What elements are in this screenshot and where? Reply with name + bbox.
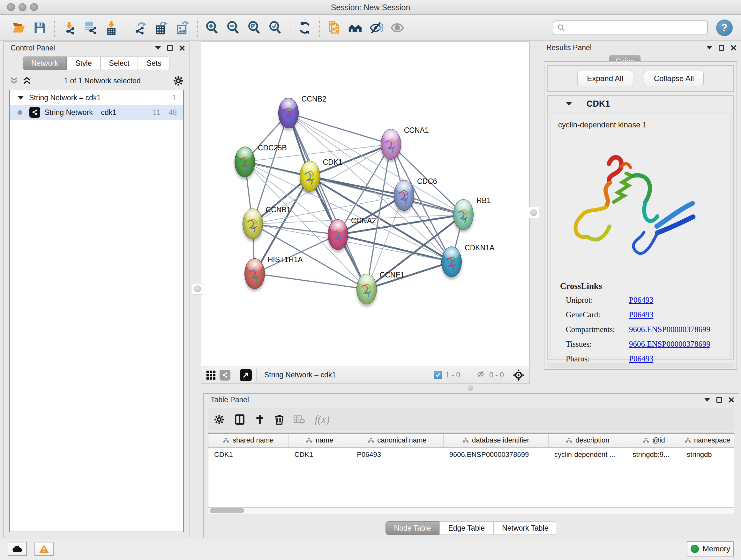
tab-sets[interactable]: Sets [138, 57, 170, 70]
column-header[interactable]: namespace [681, 434, 734, 447]
column-header[interactable]: description [549, 434, 627, 447]
collection-label: String Network – cdk1 [29, 94, 101, 102]
gear-icon[interactable] [173, 75, 184, 86]
column-header[interactable]: @id [627, 434, 681, 447]
panel-close-icon[interactable] [179, 45, 185, 51]
network-collection-row[interactable]: String Network – cdk1 1 [10, 90, 183, 105]
grid-view-icon[interactable] [205, 370, 216, 381]
column-header[interactable]: shared name [208, 434, 289, 447]
zoom-in-icon[interactable] [202, 18, 223, 38]
warning-status-button[interactable] [35, 542, 54, 556]
gene-section-header[interactable]: CDK1 [548, 96, 733, 112]
refresh-view-icon[interactable] [294, 18, 315, 38]
tab-node-table[interactable]: Node Table [386, 521, 440, 535]
zoom-out-icon[interactable] [223, 18, 244, 38]
expand-all-icon[interactable] [22, 77, 31, 85]
results-scrollbar[interactable] [547, 363, 734, 368]
panel-close-icon[interactable] [731, 45, 737, 51]
zoom-fit-icon[interactable] [244, 18, 265, 38]
panel-menu-icon[interactable] [706, 46, 712, 50]
zoom-selected-icon[interactable] [265, 18, 286, 38]
scrollbar-thumb[interactable] [210, 508, 244, 513]
collapse-all-icon[interactable] [9, 77, 19, 85]
string-protein-query-icon[interactable] [324, 18, 345, 38]
crosslink-tissues[interactable]: 9606.ENSP00000378699 [629, 340, 711, 349]
memory-button[interactable]: Memory [687, 541, 734, 557]
import-network-database-icon[interactable] [80, 18, 101, 38]
network-row-selected[interactable]: String Network – cdk1 11 48 [10, 105, 183, 120]
crosslink-genecard[interactable]: P06493 [629, 310, 653, 319]
delete-column-trash-icon[interactable] [274, 414, 284, 425]
show-all-icon[interactable] [387, 18, 408, 38]
export-table-icon[interactable] [151, 18, 172, 38]
expand-all-button[interactable]: Expand All [577, 71, 633, 86]
network-node-rb1[interactable]: RB1 [453, 199, 474, 230]
collapse-all-button[interactable]: Collapse All [644, 71, 704, 86]
table-horizontal-scrollbar[interactable] [208, 507, 734, 514]
crosslink-pharos[interactable]: P06493 [629, 354, 653, 363]
memory-label: Memory [703, 544, 731, 553]
network-node-cdk1[interactable]: CDK1 [300, 161, 320, 192]
import-network-file-icon[interactable] [59, 18, 80, 38]
tab-network-table[interactable]: Network Table [493, 521, 557, 535]
results-panel-title: Results Panel [546, 44, 592, 52]
column-header[interactable]: name [289, 434, 351, 447]
network-node-cdkn1a[interactable]: CDKN1A [441, 246, 462, 277]
crosslink-uniprot[interactable]: P06493 [629, 296, 653, 305]
hide-selected-icon[interactable] [366, 18, 387, 38]
crosslink-label: Tissues: [560, 340, 629, 349]
search-box[interactable] [553, 20, 708, 35]
panel-float-icon[interactable] [719, 45, 724, 51]
function-builder-icon[interactable]: f(x) [315, 414, 330, 426]
node-label: HIST1H1A [268, 255, 303, 264]
table-row[interactable]: CDK1 CDK1 P06493 9606.ENSP00000378699 cy… [208, 448, 734, 462]
tab-network[interactable]: Network [23, 57, 67, 70]
show-columns-icon[interactable] [234, 414, 245, 425]
left-splitter-handle[interactable] [192, 283, 203, 295]
network-node-cdc6[interactable]: CDC6 [394, 180, 414, 211]
add-column-icon[interactable] [255, 415, 265, 425]
search-input[interactable] [565, 23, 703, 32]
section-collapse-icon[interactable] [566, 102, 572, 106]
network-node-ccna1[interactable]: CCNA1 [381, 129, 401, 160]
tab-select[interactable]: Select [100, 57, 138, 70]
network-node-hist1h1a[interactable]: HIST1H1A [245, 258, 265, 289]
delete-table-icon[interactable] [293, 415, 305, 424]
export-network-icon[interactable] [130, 18, 151, 38]
tab-style[interactable]: Style [67, 57, 100, 70]
network-node-ccnb1[interactable]: CCNB1 [243, 208, 263, 239]
tab-edge-table[interactable]: Edge Table [440, 521, 493, 535]
right-splitter-handle[interactable] [528, 207, 539, 219]
save-session-icon[interactable] [29, 18, 51, 38]
network-node-ccnb2[interactable]: CCNB2 [278, 98, 299, 128]
panel-close-icon[interactable] [728, 397, 734, 403]
network-node-ccne1[interactable]: CCNE1 [356, 273, 377, 304]
string-view-icon[interactable] [219, 370, 230, 381]
panel-float-icon[interactable] [717, 397, 722, 403]
column-header[interactable]: database identifier [444, 434, 549, 447]
hidden-eye-icon[interactable] [476, 370, 486, 381]
network-canvas[interactable]: CCNB2CCNA1CDC25BCDK1CDC6RB1CCNB1CCNA2CDK… [201, 42, 530, 366]
fit-selected-icon[interactable] [512, 369, 525, 381]
collection-count: 1 [172, 94, 176, 102]
import-table-file-icon[interactable] [101, 18, 122, 38]
network-node-ccna2[interactable]: CCNA2 [328, 219, 348, 250]
network-node-cdc25b[interactable]: CDC25B [234, 146, 255, 177]
help-button[interactable]: ? [716, 19, 733, 36]
selected-checkbox-icon[interactable] [434, 371, 442, 379]
panel-menu-icon[interactable] [155, 46, 161, 50]
open-session-icon[interactable] [8, 18, 29, 38]
table-settings-gear-icon[interactable] [214, 414, 225, 425]
crosslink-compartments[interactable]: 9606.ENSP00000378699 [629, 325, 711, 334]
collection-expand-icon[interactable] [17, 96, 24, 100]
network-overview-icon[interactable] [345, 18, 366, 38]
edge-count: 48 [169, 108, 177, 117]
column-header[interactable]: canonical name [351, 434, 443, 447]
open-in-browser-icon[interactable] [240, 369, 252, 381]
panel-float-icon[interactable] [167, 45, 173, 51]
cloud-status-button[interactable] [8, 542, 27, 556]
crosslinks-block: CrossLinks Uniprot: P06493 GeneCard: P06… [560, 281, 724, 369]
bottom-splitter-handle[interactable] [468, 385, 473, 391]
export-image-icon[interactable] [172, 18, 193, 38]
panel-menu-icon[interactable] [704, 398, 710, 401]
